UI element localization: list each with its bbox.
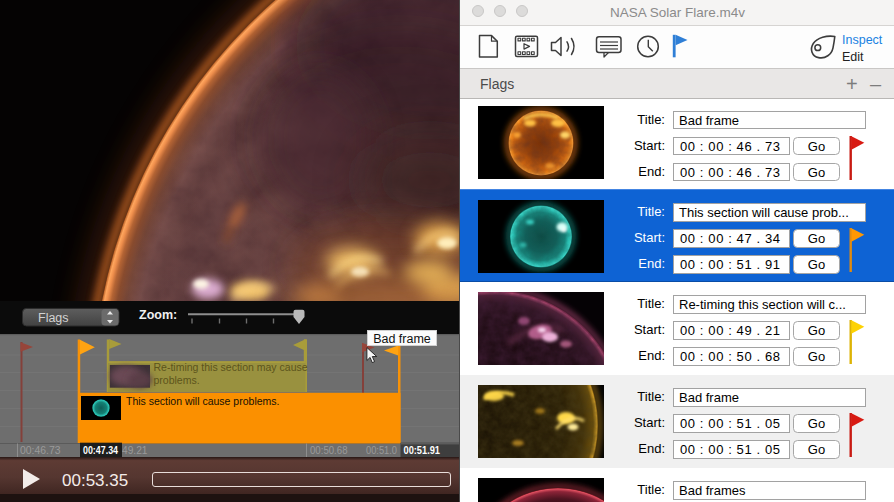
svg-text:00:46.73: 00:46.73 <box>20 444 61 456</box>
svg-text:problems.: problems. <box>154 374 200 386</box>
svg-text:00:51.0: 00:51.0 <box>366 444 397 456</box>
svg-text:00:47.34: 00:47.34 <box>83 445 118 456</box>
svg-text:00:51.91: 00:51.91 <box>404 444 441 456</box>
svg-text:00:50.68: 00:50.68 <box>310 444 348 456</box>
svg-text:Flags: Flags <box>38 311 69 325</box>
svg-text:Zoom:: Zoom: <box>139 308 177 322</box>
svg-text:Re-timing this section may cau: Re-timing this section may cause <box>154 361 308 373</box>
svg-text:49.21: 49.21 <box>122 444 148 456</box>
svg-text:This section will cause proble: This section will cause problems. <box>126 395 279 407</box>
